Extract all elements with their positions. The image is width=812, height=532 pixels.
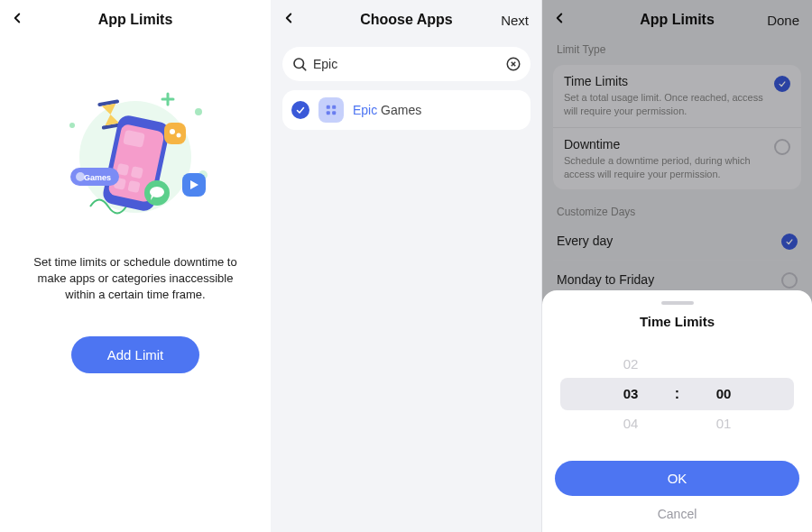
cancel-button[interactable]: Cancel	[555, 507, 799, 521]
hero-illustration: Games	[22, 67, 249, 238]
svg-point-17	[170, 129, 175, 134]
app-icon	[318, 97, 344, 123]
hours-column[interactable]: 02 03 04	[595, 349, 667, 439]
picker-value-below: 04	[595, 408, 667, 438]
picker-value-below: 01	[687, 408, 760, 438]
time-picker[interactable]: : 02 03 04 00 01	[560, 349, 794, 439]
header: Choose Apps Next	[272, 0, 541, 40]
header: App Limits	[0, 0, 271, 40]
panel-app-limits-intro: App Limits	[0, 0, 271, 532]
svg-rect-31	[332, 111, 336, 115]
panel-choose-apps: Choose Apps Next Epic Games	[271, 0, 541, 532]
back-button[interactable]	[9, 0, 25, 40]
ok-button[interactable]: OK	[555, 461, 799, 496]
svg-rect-30	[327, 111, 330, 115]
page-title: App Limits	[98, 12, 173, 28]
svg-rect-29	[332, 105, 336, 109]
back-button[interactable]	[281, 0, 297, 40]
chevron-left-icon	[9, 10, 25, 30]
picker-value-above	[687, 349, 760, 379]
search-field[interactable]	[282, 47, 531, 81]
page-title: Choose Apps	[360, 12, 453, 28]
app-name-label: Epic Games	[353, 103, 421, 117]
search-input[interactable]	[313, 57, 505, 71]
sheet-title: Time Limits	[555, 314, 799, 329]
clear-icon	[505, 56, 521, 72]
add-limit-button[interactable]: Add Limit	[71, 336, 200, 373]
chevron-left-icon	[281, 10, 297, 30]
sheet-grabber[interactable]	[661, 301, 694, 305]
svg-point-18	[177, 133, 181, 138]
svg-rect-28	[327, 105, 330, 109]
picker-value-selected: 03	[595, 379, 667, 408]
svg-point-1	[195, 108, 202, 115]
app-list-item[interactable]: Epic Games	[282, 90, 531, 130]
svg-point-2	[69, 123, 75, 128]
intro-description: Set time limits or schedule downtime to …	[22, 254, 249, 304]
svg-rect-16	[164, 123, 186, 144]
picker-value-selected: 00	[687, 379, 760, 408]
panel-app-limits-config: App Limits Done Limit Type Time Limits S…	[541, 0, 812, 532]
picker-value-above: 02	[595, 349, 667, 379]
svg-text:Games: Games	[84, 173, 111, 182]
next-button[interactable]: Next	[501, 0, 529, 40]
search-icon	[291, 56, 308, 72]
minutes-column[interactable]: 00 01	[687, 349, 760, 439]
clear-search-button[interactable]	[505, 56, 521, 72]
time-picker-sheet: Time Limits : 02 03 04 00 01 OK Cancel	[542, 290, 812, 532]
svg-line-24	[302, 67, 305, 69]
checkbox-checked-icon	[291, 101, 309, 119]
